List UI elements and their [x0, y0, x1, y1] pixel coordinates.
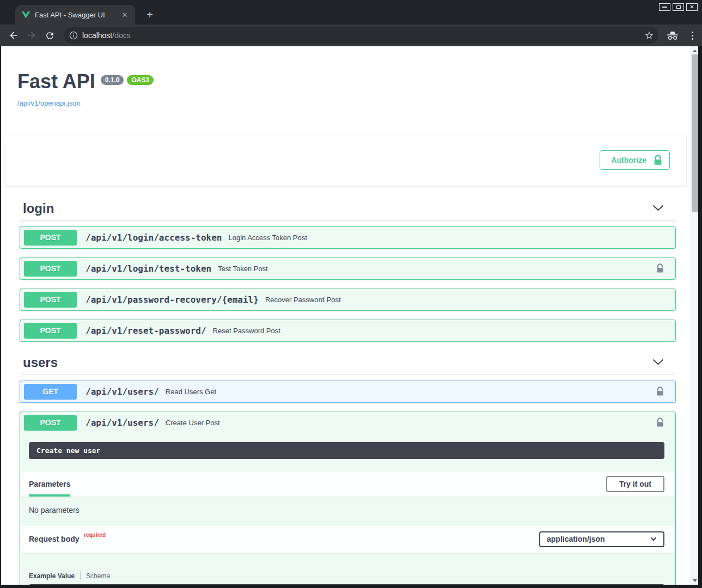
site-info-icon[interactable]: [69, 31, 78, 40]
favicon-icon: [22, 11, 30, 19]
scrollbar-thumb[interactable]: [692, 54, 698, 212]
operation-path: /api/v1/login/access-token: [86, 232, 222, 243]
request-body-label: Request body: [29, 535, 80, 543]
example-value-tab[interactable]: Example Value: [29, 572, 75, 580]
openapi-spec-link[interactable]: /api/v1/openapi.json: [17, 99, 81, 107]
authorize-label: Authorize: [611, 156, 646, 164]
section-title: users: [20, 355, 58, 370]
version-badge: 0.1.0: [101, 75, 124, 85]
window-controls: ✕: [659, 3, 698, 11]
operation-summary-row[interactable]: POST /api/v1/password-recovery/{email} R…: [20, 289, 675, 310]
tab-divider: [80, 572, 81, 580]
browser-tab[interactable]: Fast API - Swagger UI ✕: [15, 5, 135, 24]
method-badge: POST: [24, 292, 77, 308]
operation-row[interactable]: POST /api/v1/reset-password/ Reset Passw…: [20, 320, 676, 342]
operation-description: Read Users Get: [166, 388, 216, 396]
back-button[interactable]: [7, 29, 20, 42]
scroll-down-arrow[interactable]: [691, 577, 698, 584]
maximize-button[interactable]: [673, 3, 684, 11]
operation-summary-row[interactable]: POST /api/v1/login/access-token Login Ac…: [20, 227, 675, 248]
scheme-container: Authorize: [5, 135, 686, 186]
bookmark-star-icon[interactable]: [644, 30, 654, 40]
oas3-badge: OAS3: [127, 75, 154, 85]
schema-tab[interactable]: Schema: [86, 572, 110, 580]
operation-description: Login Access Token Post: [228, 234, 307, 242]
authorize-button[interactable]: Authorize: [600, 150, 670, 170]
model-example-tabs: Example Value Schema: [20, 553, 675, 580]
operation-path: /api/v1/password-recovery/{email}: [86, 295, 259, 305]
close-window-button[interactable]: ✕: [686, 3, 698, 11]
browser-toolbar: localhost/docs: [0, 24, 702, 46]
request-body-label-wrap: Request body required: [29, 534, 106, 544]
scroll-up-arrow[interactable]: [691, 47, 698, 54]
address-bar[interactable]: localhost/docs: [64, 27, 658, 44]
media-type-select[interactable]: application/json: [539, 531, 664, 547]
parameters-header: Parameters Try it out: [20, 472, 675, 497]
api-info: Fast API 0.1.0 OAS3 /api/v1/openapi.json: [1, 46, 691, 108]
operation-description: Test Token Post: [218, 265, 268, 273]
section-title: login: [20, 201, 54, 216]
swagger-page: Fast API 0.1.0 OAS3 /api/v1/openapi.json…: [1, 46, 698, 585]
operation-row[interactable]: POST /api/v1/login/access-token Login Ac…: [20, 226, 676, 249]
close-tab-icon[interactable]: ✕: [120, 10, 130, 20]
unlock-icon: [653, 155, 663, 166]
request-body-header: Request body required application/json: [20, 526, 675, 553]
operation-description-bar: Create new user: [29, 442, 664, 459]
operation-row-expanded: POST /api/v1/users/ Create User Post Cre…: [20, 412, 676, 585]
version-stamps: 0.1.0 OAS3: [101, 75, 154, 85]
method-badge: GET: [24, 384, 77, 400]
page-title: Fast API: [17, 71, 95, 93]
operation-summary-row[interactable]: POST /api/v1/users/ Create User Post: [20, 412, 675, 433]
operation-description: Create User Post: [166, 419, 220, 427]
operation-description: Recover Password Post: [265, 296, 341, 304]
page-scrollbar[interactable]: [691, 46, 698, 585]
operation-row[interactable]: GET /api/v1/users/ Read Users Get: [20, 381, 676, 403]
operation-row[interactable]: POST /api/v1/password-recovery/{email} R…: [20, 289, 676, 311]
url-path: /docs: [112, 31, 130, 40]
auth-lock-icon[interactable]: [656, 387, 664, 396]
method-badge: POST: [24, 323, 77, 339]
parameters-tab[interactable]: Parameters: [29, 472, 70, 497]
method-badge: POST: [24, 261, 77, 277]
operation-path: /api/v1/users/: [86, 387, 159, 397]
operation-summary-row[interactable]: POST /api/v1/reset-password/ Reset Passw…: [20, 320, 675, 341]
new-tab-button[interactable]: +: [143, 8, 157, 22]
operation-description: Reset Password Post: [213, 327, 280, 335]
chevron-down-icon[interactable]: [652, 204, 664, 213]
auth-lock-icon[interactable]: [656, 418, 664, 427]
chevron-down-icon[interactable]: [652, 358, 664, 367]
operation-path: /api/v1/users/: [86, 418, 159, 428]
media-type-value: application/json: [547, 535, 605, 543]
maximize-icon: [676, 5, 681, 9]
section-header-login[interactable]: login: [20, 197, 676, 221]
operation-path: /api/v1/login/test-token: [86, 264, 211, 274]
required-label: required: [84, 532, 106, 538]
page-content: Fast API 0.1.0 OAS3 /api/v1/openapi.json…: [1, 46, 691, 585]
section-header-users[interactable]: users: [20, 351, 676, 375]
select-chevron-icon: [650, 537, 657, 541]
operations-wrapper: login POST /api/v1/login/access-token Lo…: [1, 186, 691, 585]
browser-titlebar: Fast API - Swagger UI ✕ + ✕: [0, 0, 702, 24]
url-host: localhost: [82, 31, 112, 40]
no-parameters-text: No parameters: [20, 497, 675, 526]
forward-button[interactable]: [25, 29, 38, 42]
minimize-button[interactable]: [659, 3, 670, 11]
operation-row[interactable]: POST /api/v1/login/test-token Test Token…: [20, 258, 676, 280]
incognito-icon: [666, 29, 679, 42]
operation-summary-row[interactable]: GET /api/v1/users/ Read Users Get: [20, 381, 675, 402]
operation-summary-row[interactable]: POST /api/v1/login/test-token Test Token…: [20, 258, 675, 279]
browser-menu-button[interactable]: [686, 29, 699, 42]
method-badge: POST: [24, 415, 77, 431]
method-badge: POST: [24, 230, 77, 246]
try-it-out-button[interactable]: Try it out: [606, 476, 664, 492]
auth-lock-icon[interactable]: [656, 264, 664, 273]
operation-path: /api/v1/reset-password/: [86, 326, 206, 336]
minimize-icon: [662, 7, 667, 8]
example-code-block[interactable]: {: [29, 584, 664, 585]
url-text[interactable]: localhost/docs: [82, 31, 644, 40]
reload-button[interactable]: [43, 29, 56, 42]
tab-title: Fast API - Swagger UI: [35, 11, 120, 19]
